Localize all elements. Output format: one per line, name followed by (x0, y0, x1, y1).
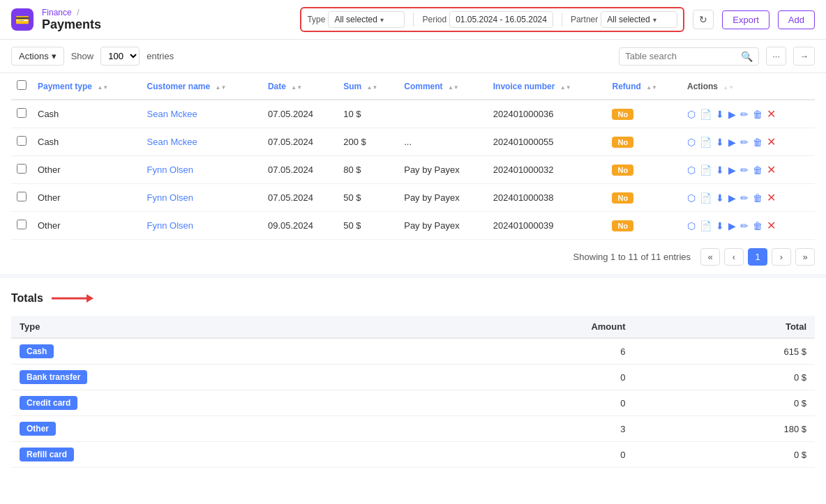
period-filter-label: Period (422, 15, 446, 24)
next-page-button[interactable]: › (772, 248, 791, 266)
delete-icon[interactable]: 🗑 (753, 220, 763, 231)
cell-customer: Fynn Olsen (142, 212, 262, 240)
search-input[interactable] (625, 51, 737, 61)
refresh-button[interactable]: ↻ (693, 10, 714, 29)
download-icon[interactable]: ⬇ (716, 165, 724, 176)
partner-filter-select[interactable]: All selected ▾ (601, 11, 677, 28)
edit-icon[interactable]: ✏ (740, 109, 749, 120)
row-checkbox[interactable] (17, 164, 27, 174)
send-icon[interactable]: ▶ (728, 220, 736, 231)
page-title: Payments (42, 17, 101, 32)
edit-icon[interactable]: ✏ (740, 192, 749, 204)
export-table-button[interactable]: → (793, 47, 815, 66)
divider-2 (562, 13, 562, 26)
col-refund[interactable]: Refund ▲▼ (606, 73, 682, 100)
col-date[interactable]: Date ▲▼ (262, 73, 338, 100)
document-icon[interactable]: 📄 (700, 192, 712, 204)
send-icon[interactable]: ▶ (728, 137, 736, 148)
cell-refund: No (606, 100, 682, 128)
table-row: Cash Sean Mckee 07.05.2024 200 $ ... 202… (11, 128, 815, 156)
col-invoice[interactable]: Invoice number ▲▼ (488, 73, 607, 100)
period-filter-input[interactable]: 01.05.2024 - 16.05.2024 (449, 11, 553, 28)
customer-link[interactable]: Sean Mckee (147, 137, 197, 147)
open-icon[interactable]: ⬡ (687, 192, 696, 204)
cell-sum: 80 $ (338, 156, 398, 184)
actions-button[interactable]: Actions ▾ (11, 47, 64, 66)
document-icon[interactable]: 📄 (700, 137, 712, 148)
row-checkbox[interactable] (17, 192, 27, 201)
totals-row: Other 3 180 $ (11, 416, 815, 442)
breadcrumb-finance[interactable]: Finance (42, 8, 72, 17)
cell-sum: 10 $ (338, 100, 398, 128)
document-icon[interactable]: 📄 (700, 109, 712, 120)
col-payment-type[interactable]: Payment type ▲▼ (32, 73, 142, 100)
select-all-checkbox[interactable] (17, 80, 27, 90)
close-icon[interactable]: ✕ (767, 163, 776, 176)
customer-link[interactable]: Sean Mckee (147, 109, 197, 119)
row-checkbox[interactable] (17, 220, 27, 229)
totals-amount: 6 (400, 338, 634, 365)
col-comment[interactable]: Comment ▲▼ (398, 73, 488, 100)
download-icon[interactable]: ⬇ (716, 192, 724, 204)
prev-page-button[interactable]: ‹ (724, 248, 744, 266)
export-button[interactable]: Export (722, 10, 769, 29)
customer-link[interactable]: Fynn Olsen (147, 165, 193, 175)
refund-badge: No (612, 109, 633, 120)
type-filter-chevron-icon: ▾ (380, 16, 384, 24)
open-icon[interactable]: ⬡ (687, 137, 696, 148)
cell-comment: Pay by Payex (398, 212, 488, 240)
totals-type: Refill card (11, 442, 400, 468)
more-options-button[interactable]: ··· (766, 47, 786, 66)
send-icon[interactable]: ▶ (728, 192, 736, 204)
customer-link[interactable]: Fynn Olsen (147, 192, 193, 203)
partner-filter-group: Partner All selected ▾ (571, 11, 677, 28)
document-icon[interactable]: 📄 (700, 165, 712, 176)
totals-row: Credit card 0 0 $ (11, 390, 815, 416)
type-filter-select[interactable]: All selected ▾ (328, 11, 405, 28)
totals-total: 180 $ (633, 416, 815, 442)
customer-link[interactable]: Fynn Olsen (147, 220, 193, 231)
show-select[interactable]: 100 25 50 (100, 47, 140, 66)
close-icon[interactable]: ✕ (767, 107, 776, 121)
send-icon[interactable]: ▶ (728, 109, 736, 120)
cell-payment-type: Other (32, 184, 142, 212)
open-icon[interactable]: ⬡ (687, 220, 696, 231)
pagination-row: Showing 1 to 11 of 11 entries « ‹ 1 › » (0, 240, 826, 274)
totals-total: 615 $ (633, 338, 815, 365)
edit-icon[interactable]: ✏ (740, 220, 749, 231)
close-icon[interactable]: ✕ (767, 135, 776, 148)
add-button[interactable]: Add (778, 10, 815, 29)
delete-icon[interactable]: 🗑 (753, 192, 763, 204)
delete-icon[interactable]: 🗑 (753, 165, 763, 176)
cell-comment: Pay by Payex (398, 184, 488, 212)
open-icon[interactable]: ⬡ (687, 165, 696, 176)
delete-icon[interactable]: 🗑 (753, 109, 763, 120)
last-page-button[interactable]: » (795, 248, 815, 266)
cell-invoice: 202401000032 (488, 156, 607, 184)
cell-customer: Fynn Olsen (142, 184, 262, 212)
send-icon[interactable]: ▶ (728, 165, 736, 176)
cell-invoice: 202401000038 (488, 184, 607, 212)
document-icon[interactable]: 📄 (700, 220, 712, 231)
col-customer-name[interactable]: Customer name ▲▼ (142, 73, 262, 100)
row-checkbox[interactable] (17, 108, 27, 118)
totals-type: Bank transfer (11, 365, 400, 390)
row-checkbox[interactable] (17, 136, 27, 146)
edit-icon[interactable]: ✏ (740, 165, 749, 176)
open-icon[interactable]: ⬡ (687, 109, 696, 120)
col-sum[interactable]: Sum ▲▼ (338, 73, 398, 100)
close-icon[interactable]: ✕ (767, 219, 776, 232)
download-icon[interactable]: ⬇ (716, 220, 724, 231)
delete-icon[interactable]: 🗑 (753, 137, 763, 148)
totals-total: 0 $ (633, 365, 815, 390)
download-icon[interactable]: ⬇ (716, 109, 724, 120)
table-row: Cash Sean Mckee 07.05.2024 10 $ 20240100… (11, 100, 815, 128)
first-page-button[interactable]: « (700, 248, 720, 266)
close-icon[interactable]: ✕ (767, 191, 776, 204)
cell-customer: Sean Mckee (142, 100, 262, 128)
edit-icon[interactable]: ✏ (740, 137, 749, 148)
type-filter-group: Type All selected ▾ (307, 11, 405, 28)
page-1-button[interactable]: 1 (748, 248, 767, 266)
totals-amount: 3 (400, 416, 634, 442)
download-icon[interactable]: ⬇ (716, 137, 724, 148)
